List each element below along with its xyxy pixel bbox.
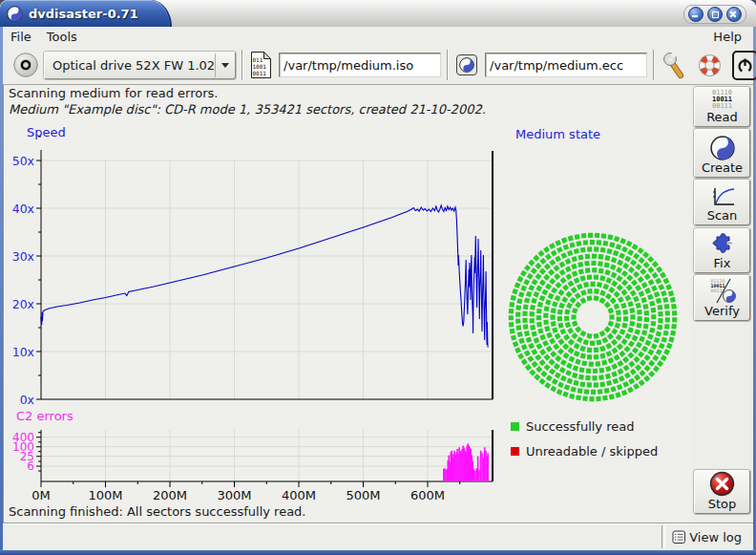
quit-button[interactable] — [732, 51, 756, 80]
scan-panel: Scanning medium for read errors. Medium … — [3, 85, 691, 523]
legend-unreadable-swatch — [511, 447, 519, 456]
verify-label: Verify — [704, 304, 740, 318]
legend-unreadable: Unreadable / skipped — [511, 444, 658, 459]
stop-label: Stop — [708, 497, 737, 511]
svg-text:0M: 0M — [32, 488, 51, 502]
status-heading: Scanning medium for read errors. — [9, 86, 218, 100]
svg-text:1001: 1001 — [253, 63, 267, 70]
svg-text:100M: 100M — [88, 488, 122, 502]
chevron-down-icon — [221, 63, 229, 68]
read-label: Read — [706, 110, 738, 124]
svg-text:30x: 30x — [12, 249, 34, 264]
fix-button[interactable]: Fix — [694, 228, 750, 273]
stop-icon — [709, 471, 735, 497]
legend-read-label: Successfully read — [526, 419, 634, 434]
title-tab: dvdisaster-0.71 — [0, 0, 172, 27]
toolbar-separator — [447, 50, 449, 80]
create-label: Create — [702, 160, 743, 175]
ecc-path-input[interactable] — [485, 53, 647, 77]
toolbar: Optical drive 52X FW 1.02 011 1001 0011 — [3, 46, 753, 85]
preferences-button[interactable] — [661, 50, 689, 80]
scan-chart-icon — [709, 185, 736, 208]
drive-disc-icon — [12, 52, 39, 78]
svg-text:400M: 400M — [282, 488, 316, 502]
menu-help[interactable]: Help — [705, 29, 749, 45]
action-sidebar: 01110 10011 00111 Read Create Scan — [690, 85, 753, 523]
scan-button[interactable]: Scan — [694, 180, 750, 225]
app-window: dvdisaster-0.71 File Tools Help Optical … — [0, 0, 756, 555]
ecc-file-icon — [455, 53, 478, 76]
wrench-icon — [662, 51, 688, 79]
verify-icon: 01110 10011 00111 — [708, 278, 737, 304]
help-button[interactable] — [696, 52, 724, 79]
svg-text:200M: 200M — [153, 488, 187, 502]
drive-eject-button[interactable] — [11, 51, 40, 79]
scan-result-status: Scanning finished: All sectors successfu… — [9, 504, 306, 519]
window-controls — [683, 5, 746, 24]
power-icon — [734, 54, 756, 76]
minimize-button[interactable] — [688, 7, 704, 22]
svg-text:0x: 0x — [20, 393, 34, 407]
close-button[interactable] — [726, 7, 742, 22]
app-icon — [7, 6, 23, 22]
svg-text:50x: 50x — [12, 154, 34, 168]
speed-chart: 0x10x20x30x40x50x — [4, 124, 508, 409]
c2-errors-chart: 6251004000M100M200M300M400M500M600M — [4, 409, 508, 504]
toolbar-separator — [653, 50, 655, 80]
legend-read-swatch — [511, 422, 519, 431]
lifebuoy-icon — [697, 53, 723, 78]
window-title: dvdisaster-0.71 — [29, 7, 138, 21]
titlebar[interactable]: dvdisaster-0.71 — [0, 0, 756, 28]
bottom-bar: View log — [3, 523, 753, 550]
svg-text:0011: 0011 — [253, 70, 267, 76]
maximize-button[interactable] — [707, 7, 723, 22]
minimize-icon — [692, 15, 698, 17]
menu-file[interactable]: File — [3, 29, 39, 45]
legend-read: Successfully read — [511, 419, 634, 434]
view-log-label: View log — [689, 530, 742, 544]
menu-tools[interactable]: Tools — [39, 29, 85, 45]
bottom-bar-separator — [662, 525, 665, 548]
ecc-file-button[interactable] — [454, 53, 479, 77]
fix-label: Fix — [714, 256, 731, 270]
svg-text:300M: 300M — [217, 488, 251, 502]
create-button[interactable]: Create — [694, 129, 750, 178]
svg-text:10x: 10x — [12, 345, 34, 359]
drive-selector-arrow[interactable] — [215, 53, 235, 77]
read-icon: 01110 10011 00111 — [712, 90, 732, 110]
stop-button[interactable]: Stop — [694, 470, 750, 514]
svg-text:20x: 20x — [12, 297, 34, 311]
read-button[interactable]: 01110 10011 00111 Read — [694, 87, 750, 127]
legend-unreadable-label: Unreadable / skipped — [526, 444, 658, 459]
drive-selector[interactable]: Optical drive 52X FW 1.02 — [44, 52, 236, 79]
svg-text:600M: 600M — [410, 488, 445, 502]
view-log-icon — [672, 530, 686, 544]
scan-label: Scan — [707, 208, 738, 223]
fix-puzzle-icon — [709, 230, 735, 256]
create-yinyang-icon — [710, 136, 735, 160]
medium-info: Medium "Example disc": CD-R mode 1, 3534… — [9, 102, 486, 117]
svg-text:400: 400 — [12, 431, 34, 444]
view-log-button[interactable]: View log — [668, 525, 746, 548]
svg-text:011: 011 — [253, 56, 263, 63]
work-area: Scanning medium for read errors. Medium … — [3, 85, 753, 523]
verify-button[interactable]: 01110 10011 00111 Verify — [694, 275, 750, 321]
iso-path-input[interactable] — [279, 53, 441, 77]
medium-state-disc — [505, 227, 681, 403]
iso-file-button[interactable]: 011 1001 0011 — [249, 50, 273, 80]
drive-selector-value: Optical drive 52X FW 1.02 — [45, 58, 215, 73]
maximize-icon — [712, 11, 719, 18]
medium-state-title: Medium state — [515, 127, 600, 141]
svg-text:500M: 500M — [346, 488, 380, 502]
menubar: File Tools Help — [3, 27, 753, 46]
svg-text:40x: 40x — [12, 202, 34, 216]
iso-file-icon: 011 1001 0011 — [250, 51, 272, 79]
toolbar-separator — [242, 50, 243, 80]
